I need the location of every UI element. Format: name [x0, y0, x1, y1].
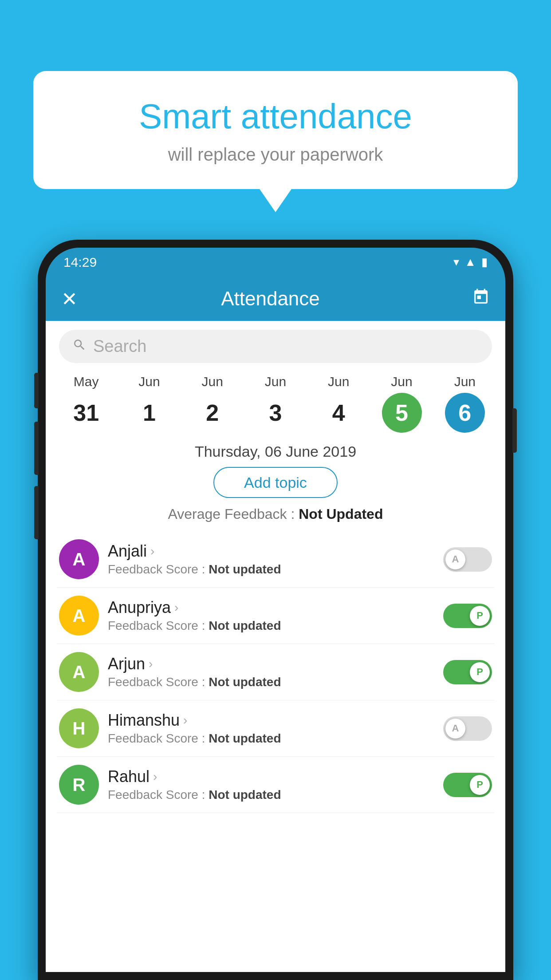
attendance-toggle-container[interactable]: P: [443, 604, 492, 628]
cal-date-number[interactable]: 3: [256, 393, 295, 433]
feedback-label: Feedback Score :: [108, 731, 205, 745]
student-info: Rahul›Feedback Score : Not updated: [108, 767, 434, 802]
feedback-label: Feedback Score :: [108, 619, 205, 632]
student-name-text: Arjun: [108, 655, 145, 673]
status-icons: ▾ ▲ ▮: [453, 255, 488, 269]
average-feedback: Average Feedback : Not Updated: [46, 506, 505, 522]
feedback-value: Not updated: [209, 562, 281, 576]
chevron-right-icon: ›: [149, 657, 153, 671]
toggle-knob: P: [470, 775, 490, 795]
feedback-label: Feedback Score :: [108, 562, 205, 576]
attendance-toggle[interactable]: P: [443, 660, 492, 684]
calendar-day[interactable]: Jun4: [312, 374, 365, 433]
student-info: Anupriya›Feedback Score : Not updated: [108, 598, 434, 633]
student-item[interactable]: RRahul›Feedback Score : Not updatedP: [57, 757, 494, 813]
student-name-text: Himanshu: [108, 711, 180, 730]
cal-month-label: Jun: [138, 374, 160, 389]
toggle-knob: P: [470, 606, 490, 626]
add-topic-button[interactable]: Add topic: [213, 467, 338, 498]
cal-date-number[interactable]: 1: [129, 393, 169, 433]
attendance-toggle[interactable]: P: [443, 773, 492, 797]
cal-month-label: Jun: [265, 374, 286, 389]
student-avatar: A: [59, 539, 99, 579]
bubble-title: Smart attendance: [55, 98, 496, 136]
app-bar: ✕ Attendance: [46, 277, 505, 321]
student-item[interactable]: AAnupriya›Feedback Score : Not updatedP: [57, 588, 494, 644]
student-name-text: Rahul: [108, 767, 150, 786]
speech-bubble: Smart attendance will replace your paper…: [33, 71, 518, 189]
cal-date-number[interactable]: 4: [319, 393, 358, 433]
cal-date-number[interactable]: 2: [193, 393, 232, 433]
feedback-value: Not updated: [209, 675, 281, 689]
student-name-text: Anupriya: [108, 598, 171, 617]
attendance-toggle[interactable]: A: [443, 716, 492, 741]
cal-date-number[interactable]: 31: [66, 393, 106, 433]
student-avatar: A: [59, 652, 99, 692]
attendance-toggle[interactable]: P: [443, 604, 492, 628]
battery-icon: ▮: [481, 255, 488, 269]
student-name: Anjali›: [108, 542, 434, 561]
cal-month-label: Jun: [391, 374, 412, 389]
student-item[interactable]: AAnjali›Feedback Score : Not updatedA: [57, 531, 494, 588]
side-button-left-2: [34, 422, 39, 475]
student-name: Himanshu›: [108, 711, 434, 730]
status-time: 14:29: [63, 255, 97, 270]
search-input[interactable]: Search: [93, 337, 146, 356]
feedback-score: Feedback Score : Not updated: [108, 619, 434, 633]
side-button-left-3: [34, 486, 39, 539]
attendance-toggle-container[interactable]: P: [443, 773, 492, 797]
feedback-value: Not updated: [209, 731, 281, 745]
calendar-day[interactable]: Jun5: [375, 374, 429, 433]
student-avatar: R: [59, 765, 99, 805]
chevron-right-icon: ›: [174, 601, 178, 615]
calendar-day[interactable]: Jun2: [186, 374, 239, 433]
cal-month-label: Jun: [202, 374, 223, 389]
student-avatar: H: [59, 708, 99, 748]
feedback-score: Feedback Score : Not updated: [108, 731, 434, 746]
avg-feedback-label: Average Feedback :: [168, 506, 295, 522]
cal-date-number[interactable]: 5: [382, 393, 422, 433]
calendar-day[interactable]: Jun1: [122, 374, 176, 433]
calendar-strip: May31Jun1Jun2Jun3Jun4Jun5Jun6: [46, 370, 505, 435]
toggle-knob: A: [445, 719, 465, 739]
calendar-icon-button[interactable]: [472, 288, 490, 310]
selected-date-display: Thursday, 06 June 2019: [46, 443, 505, 460]
feedback-value: Not updated: [209, 788, 281, 802]
avg-feedback-value: Not Updated: [299, 506, 383, 522]
student-avatar: A: [59, 596, 99, 636]
student-list: AAnjali›Feedback Score : Not updatedAAAn…: [46, 531, 505, 813]
app-bar-title: Attendance: [69, 288, 472, 310]
signal-icon: ▲: [464, 255, 476, 269]
bubble-subtitle: will replace your paperwork: [55, 145, 496, 165]
calendar-day[interactable]: Jun3: [249, 374, 302, 433]
cal-month-label: Jun: [328, 374, 349, 389]
feedback-score: Feedback Score : Not updated: [108, 788, 434, 802]
side-button-left-1: [34, 373, 39, 408]
attendance-toggle-container[interactable]: P: [443, 660, 492, 684]
feedback-label: Feedback Score :: [108, 675, 205, 689]
student-info: Anjali›Feedback Score : Not updated: [108, 542, 434, 577]
student-info: Himanshu›Feedback Score : Not updated: [108, 711, 434, 746]
attendance-toggle-container[interactable]: A: [443, 716, 492, 741]
status-bar: 14:29 ▾ ▲ ▮: [46, 248, 505, 277]
chevron-right-icon: ›: [150, 544, 154, 558]
calendar-day[interactable]: May31: [59, 374, 113, 433]
student-info: Arjun›Feedback Score : Not updated: [108, 655, 434, 689]
attendance-toggle-container[interactable]: A: [443, 547, 492, 572]
feedback-label: Feedback Score :: [108, 788, 205, 802]
student-name: Anupriya›: [108, 598, 434, 617]
cal-month-label: Jun: [454, 374, 476, 389]
attendance-toggle[interactable]: A: [443, 547, 492, 572]
cal-date-number[interactable]: 6: [445, 393, 485, 433]
student-item[interactable]: HHimanshu›Feedback Score : Not updatedA: [57, 700, 494, 757]
toggle-knob: P: [470, 662, 490, 682]
student-name-text: Anjali: [108, 542, 147, 561]
student-item[interactable]: AArjun›Feedback Score : Not updatedP: [57, 644, 494, 700]
toggle-knob: A: [445, 549, 465, 569]
side-button-right: [512, 408, 517, 453]
student-name: Arjun›: [108, 655, 434, 673]
calendar-day[interactable]: Jun6: [438, 374, 492, 433]
search-bar[interactable]: Search: [59, 330, 492, 363]
cal-month-label: May: [74, 374, 99, 389]
speech-bubble-container: Smart attendance will replace your paper…: [33, 71, 518, 189]
